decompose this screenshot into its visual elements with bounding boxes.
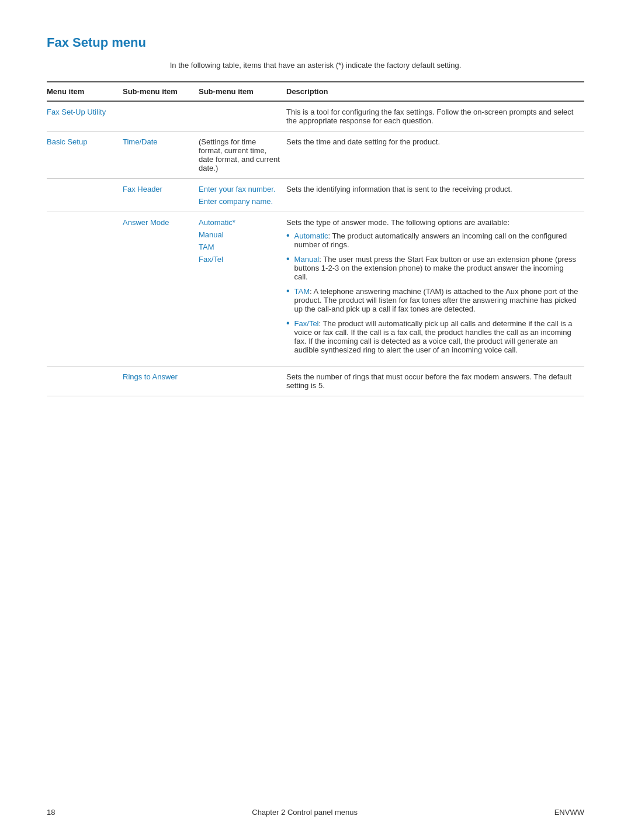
footer: 18 Chapter 2 Control panel menus ENVWW [0,808,631,817]
sub-menu-2-cell: Automatic*ManualTAMFax/Tel [199,212,286,367]
bullet-rest: : The product will automatically pick up… [294,319,573,354]
description-text: Sets the number of rings that must occur… [286,372,571,390]
sub-menu-2-item: TAM [199,243,280,251]
menu-item-label: Fax Set-Up Utility [47,108,106,116]
sub-menu-2-cell [199,367,286,396]
sub-menu-2-item: Enter company name. [199,197,280,206]
table-row: Fax HeaderEnter your fax number.Enter co… [47,179,584,212]
header-sub-menu-2: Sub-menu item [199,82,286,101]
header-sub-menu-1: Sub-menu item [123,82,199,101]
bullet-dot: • [286,254,290,264]
description-cell: Sets the number of rings that must occur… [286,367,584,396]
description-cell: Sets the type of answer mode. The follow… [286,212,584,367]
bullet-text: TAM: A telephone answering machine (TAM)… [294,287,578,313]
description-cell: Sets the time and date setting for the p… [286,132,584,179]
sub-menu-1-label: Answer Mode [123,218,169,227]
bullet-dot: • [286,230,290,241]
bullet-rest: : A telephone answering machine (TAM) is… [294,287,578,313]
menu-item-cell: Fax Set-Up Utility [47,101,123,132]
sub-menu-2-item: Enter your fax number. [199,185,280,193]
sub-menu-1-label: Time/Date [123,137,157,146]
sub-menu-1-cell: Rings to Answer [123,367,199,396]
bullet-dot: • [286,318,290,329]
footer-chapter: Chapter 2 Control panel menus [252,808,358,817]
description-cell: Sets the identifying information that is… [286,179,584,212]
description-text: Sets the identifying information that is… [286,185,512,193]
menu-item-cell: Basic Setup [47,132,123,179]
description-text: Sets the type of answer mode. The follow… [286,218,509,227]
menu-item-label: Basic Setup [47,137,87,146]
sub-menu-2-cell: (Settings for time format, current time,… [199,132,286,179]
menu-item-cell [47,179,123,212]
sub-menu-1-cell: Answer Mode [123,212,199,367]
bullet-dot: • [286,286,290,296]
intro-text: In the following table, items that have … [47,61,584,70]
footer-page-number: 18 [47,808,55,817]
description-bullets: •Automatic: The product automatically an… [286,231,578,354]
bullet-text: Fax/Tel: The product will automatically … [294,319,578,354]
bullet-label: TAM [294,287,310,296]
sub-menu-1-cell [123,101,199,132]
bullet-label: Manual [294,255,320,264]
bullet-label: Automatic [294,231,328,240]
description-text: Sets the time and date setting for the p… [286,137,440,146]
bullet-rest: : The user must press the Start Fax butt… [294,255,576,281]
footer-brand: ENVWW [554,808,584,817]
menu-item-cell [47,367,123,396]
bullet-text: Manual: The user must press the Start Fa… [294,255,578,281]
sub-menu-2-cell: Enter your fax number.Enter company name… [199,179,286,212]
bullet-item: •Manual: The user must press the Start F… [286,255,578,281]
table-row: Basic SetupTime/Date(Settings for time f… [47,132,584,179]
table-row: Fax Set-Up UtilityThis is a tool for con… [47,101,584,132]
sub-menu-2-item: (Settings for time format, current time,… [199,137,280,172]
page-title: Fax Setup menu [47,35,584,50]
bullet-text: Automatic: The product automatically ans… [294,231,578,249]
header-menu-item: Menu item [47,82,123,101]
menu-item-cell [47,212,123,367]
sub-menu-1-cell: Time/Date [123,132,199,179]
description-cell: This is a tool for configuring the fax s… [286,101,584,132]
description-text: This is a tool for configuring the fax s… [286,108,573,125]
bullet-item: •Fax/Tel: The product will automatically… [286,319,578,354]
sub-menu-2-item: Automatic* [199,218,280,227]
bullet-label: Fax/Tel [294,319,319,328]
table-row: Rings to AnswerSets the number of rings … [47,367,584,396]
bullet-rest: : The product automatically answers an i… [294,231,567,249]
bullet-item: •TAM: A telephone answering machine (TAM… [286,287,578,313]
fax-setup-table: Menu item Sub-menu item Sub-menu item De… [47,81,584,396]
sub-menu-1-label: Fax Header [123,185,162,193]
sub-menu-1-cell: Fax Header [123,179,199,212]
sub-menu-2-item: Fax/Tel [199,255,280,264]
sub-menu-2-cell [199,101,286,132]
bullet-item: •Automatic: The product automatically an… [286,231,578,249]
sub-menu-2-item: Manual [199,230,280,239]
header-description: Description [286,82,584,101]
table-row: Answer ModeAutomatic*ManualTAMFax/TelSet… [47,212,584,367]
sub-menu-1-label: Rings to Answer [123,372,178,381]
